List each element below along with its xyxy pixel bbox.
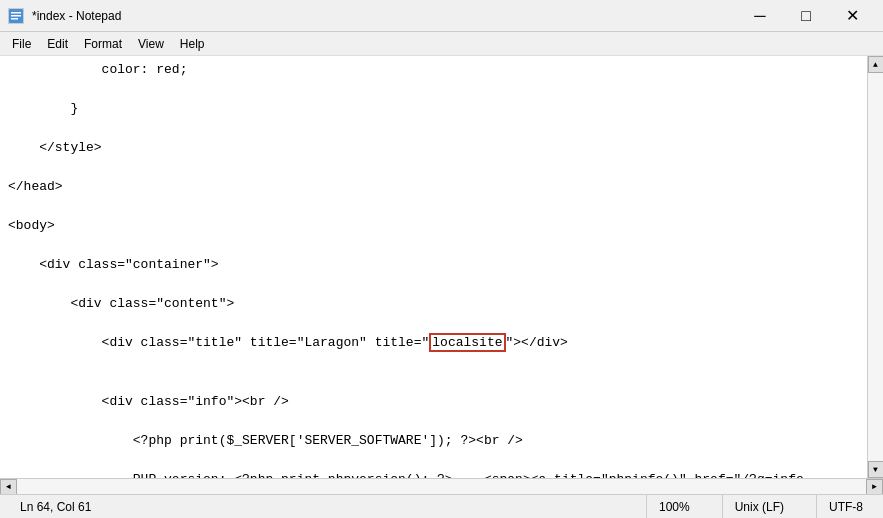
menu-view[interactable]: View [130, 32, 172, 55]
menu-format[interactable]: Format [76, 32, 130, 55]
horizontal-scrollbar[interactable]: ◄ ► [0, 478, 883, 494]
editor-container: color: red; } </style> </head> <body> <d… [0, 56, 883, 478]
svg-rect-1 [11, 12, 21, 14]
menu-help[interactable]: Help [172, 32, 213, 55]
minimize-button[interactable]: ─ [737, 0, 783, 32]
line-ending: Unix (LF) [722, 495, 796, 518]
svg-rect-3 [11, 18, 18, 20]
close-button[interactable]: ✕ [829, 0, 875, 32]
menu-edit[interactable]: Edit [39, 32, 76, 55]
zoom-level: 100% [646, 495, 702, 518]
window-controls[interactable]: ─ □ ✕ [737, 0, 875, 32]
scroll-right-arrow[interactable]: ► [866, 479, 883, 495]
cursor-position: Ln 64, Col 61 [8, 495, 103, 518]
maximize-button[interactable]: □ [783, 0, 829, 32]
scroll-track-vertical[interactable] [868, 73, 883, 461]
vertical-scrollbar[interactable]: ▲ ▼ [867, 56, 883, 478]
menu-bar: File Edit Format View Help [0, 32, 883, 56]
scroll-left-arrow[interactable]: ◄ [0, 479, 17, 495]
editor-content[interactable]: color: red; } </style> </head> <body> <d… [0, 56, 867, 478]
title-bar-left: *index - Notepad [8, 8, 121, 24]
title-bar: *index - Notepad ─ □ ✕ [0, 0, 883, 32]
menu-file[interactable]: File [4, 32, 39, 55]
svg-rect-2 [11, 15, 21, 17]
window-title: *index - Notepad [32, 9, 121, 23]
scroll-down-arrow[interactable]: ▼ [868, 461, 884, 478]
scroll-up-arrow[interactable]: ▲ [868, 56, 884, 73]
app-icon [8, 8, 24, 24]
encoding: UTF-8 [816, 495, 875, 518]
scroll-track-horizontal[interactable] [17, 479, 866, 494]
status-bar: Ln 64, Col 61 100% Unix (LF) UTF-8 [0, 494, 883, 518]
